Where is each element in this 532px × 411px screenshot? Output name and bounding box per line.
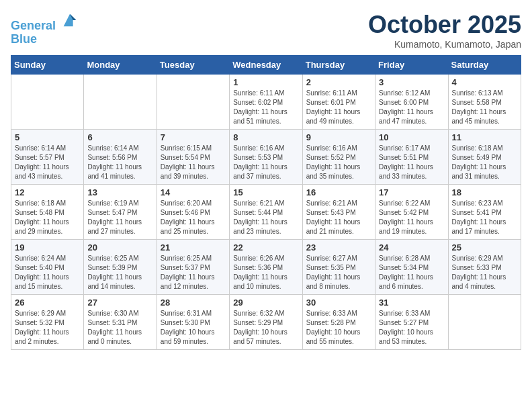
day-info: Sunrise: 6:18 AM Sunset: 5:48 PM Dayligh… [15, 199, 80, 236]
day-number: 7 [161, 132, 226, 142]
calendar-cell: 25Sunrise: 6:29 AM Sunset: 5:33 PM Dayli… [448, 240, 521, 295]
day-info: Sunrise: 6:12 AM Sunset: 6:00 PM Dayligh… [379, 89, 444, 126]
day-number: 16 [306, 187, 371, 197]
day-number: 21 [161, 242, 226, 253]
calendar-cell: 5Sunrise: 6:14 AM Sunset: 5:57 PM Daylig… [11, 130, 84, 185]
day-info: Sunrise: 6:32 AM Sunset: 5:29 PM Dayligh… [233, 309, 298, 347]
calendar-week-2: 5Sunrise: 6:14 AM Sunset: 5:57 PM Daylig… [11, 130, 521, 185]
day-number: 11 [452, 132, 517, 142]
day-number: 22 [233, 242, 298, 253]
day-number: 15 [233, 187, 298, 197]
month-title: October 2025 [368, 11, 521, 39]
calendar-cell: 18Sunrise: 6:23 AM Sunset: 5:41 PM Dayli… [448, 185, 521, 240]
day-number: 17 [379, 187, 444, 197]
calendar-cell: 7Sunrise: 6:15 AM Sunset: 5:54 PM Daylig… [157, 130, 229, 185]
weekday-header-row: SundayMondayTuesdayWednesdayThursdayFrid… [11, 56, 521, 75]
weekday-header-thursday: Thursday [302, 56, 375, 75]
calendar-cell [84, 75, 157, 130]
day-info: Sunrise: 6:24 AM Sunset: 5:40 PM Dayligh… [15, 254, 80, 291]
day-info: Sunrise: 6:33 AM Sunset: 5:28 PM Dayligh… [306, 309, 371, 347]
day-info: Sunrise: 6:19 AM Sunset: 5:47 PM Dayligh… [87, 199, 152, 236]
calendar-cell: 22Sunrise: 6:26 AM Sunset: 5:36 PM Dayli… [230, 240, 302, 295]
title-block: October 2025 Kumamoto, Kumamoto, Japan [368, 11, 521, 50]
day-number: 1 [233, 77, 298, 87]
day-number: 27 [87, 298, 152, 308]
day-info: Sunrise: 6:20 AM Sunset: 5:46 PM Dayligh… [161, 199, 226, 236]
weekday-header-sunday: Sunday [11, 56, 84, 75]
calendar-cell: 17Sunrise: 6:22 AM Sunset: 5:42 PM Dayli… [375, 185, 448, 240]
day-info: Sunrise: 6:29 AM Sunset: 5:32 PM Dayligh… [15, 309, 80, 347]
day-info: Sunrise: 6:16 AM Sunset: 5:52 PM Dayligh… [306, 144, 371, 181]
weekday-header-friday: Friday [375, 56, 448, 75]
day-number: 18 [452, 187, 517, 197]
day-info: Sunrise: 6:25 AM Sunset: 5:39 PM Dayligh… [87, 254, 152, 291]
calendar-week-1: 1Sunrise: 6:11 AM Sunset: 6:02 PM Daylig… [11, 75, 521, 130]
weekday-header-saturday: Saturday [448, 56, 521, 75]
day-info: Sunrise: 6:29 AM Sunset: 5:33 PM Dayligh… [452, 254, 517, 291]
calendar-body: 1Sunrise: 6:11 AM Sunset: 6:02 PM Daylig… [11, 75, 521, 350]
calendar-cell: 15Sunrise: 6:21 AM Sunset: 5:44 PM Dayli… [230, 185, 302, 240]
logo-blue: Blue [11, 33, 79, 46]
day-info: Sunrise: 6:11 AM Sunset: 6:02 PM Dayligh… [233, 89, 298, 126]
day-info: Sunrise: 6:11 AM Sunset: 6:01 PM Dayligh… [306, 89, 371, 126]
calendar-cell [448, 295, 521, 350]
calendar-cell: 30Sunrise: 6:33 AM Sunset: 5:28 PM Dayli… [302, 295, 375, 350]
day-number: 26 [15, 298, 80, 308]
day-number: 31 [379, 298, 444, 308]
calendar-cell: 23Sunrise: 6:27 AM Sunset: 5:35 PM Dayli… [302, 240, 375, 295]
day-info: Sunrise: 6:17 AM Sunset: 5:51 PM Dayligh… [379, 144, 444, 181]
day-number: 6 [87, 132, 152, 142]
calendar-cell: 29Sunrise: 6:32 AM Sunset: 5:29 PM Dayli… [230, 295, 302, 350]
calendar-cell: 19Sunrise: 6:24 AM Sunset: 5:40 PM Dayli… [11, 240, 84, 295]
calendar-cell: 12Sunrise: 6:18 AM Sunset: 5:48 PM Dayli… [11, 185, 84, 240]
calendar-cell: 21Sunrise: 6:25 AM Sunset: 5:37 PM Dayli… [157, 240, 229, 295]
calendar-cell: 8Sunrise: 6:16 AM Sunset: 5:53 PM Daylig… [230, 130, 302, 185]
calendar-cell [11, 75, 84, 130]
calendar-cell: 9Sunrise: 6:16 AM Sunset: 5:52 PM Daylig… [302, 130, 375, 185]
day-number: 9 [306, 132, 371, 142]
day-number: 13 [87, 187, 152, 197]
calendar-cell: 24Sunrise: 6:28 AM Sunset: 5:34 PM Dayli… [375, 240, 448, 295]
day-info: Sunrise: 6:18 AM Sunset: 5:49 PM Dayligh… [452, 144, 517, 181]
day-number: 8 [233, 132, 298, 142]
day-info: Sunrise: 6:33 AM Sunset: 5:27 PM Dayligh… [379, 309, 444, 347]
day-number: 29 [233, 298, 298, 308]
calendar-table: SundayMondayTuesdayWednesdayThursdayFrid… [11, 55, 521, 350]
day-number: 5 [15, 132, 80, 142]
logo-icon [60, 11, 79, 30]
day-number: 23 [306, 242, 371, 253]
calendar-week-5: 26Sunrise: 6:29 AM Sunset: 5:32 PM Dayli… [11, 295, 521, 350]
day-info: Sunrise: 6:23 AM Sunset: 5:41 PM Dayligh… [452, 199, 517, 236]
day-number: 20 [87, 242, 152, 253]
calendar-cell: 6Sunrise: 6:14 AM Sunset: 5:56 PM Daylig… [84, 130, 157, 185]
calendar-cell: 16Sunrise: 6:21 AM Sunset: 5:43 PM Dayli… [302, 185, 375, 240]
day-number: 19 [15, 242, 80, 253]
calendar-cell: 3Sunrise: 6:12 AM Sunset: 6:00 PM Daylig… [375, 75, 448, 130]
day-info: Sunrise: 6:26 AM Sunset: 5:36 PM Dayligh… [233, 254, 298, 291]
day-number: 2 [306, 77, 371, 87]
calendar-cell: 26Sunrise: 6:29 AM Sunset: 5:32 PM Dayli… [11, 295, 84, 350]
day-info: Sunrise: 6:31 AM Sunset: 5:30 PM Dayligh… [161, 309, 226, 347]
day-number: 3 [379, 77, 444, 87]
calendar-week-4: 19Sunrise: 6:24 AM Sunset: 5:40 PM Dayli… [11, 240, 521, 295]
calendar-cell: 13Sunrise: 6:19 AM Sunset: 5:47 PM Dayli… [84, 185, 157, 240]
day-number: 10 [379, 132, 444, 142]
logo-general: General [11, 19, 56, 32]
calendar-cell: 1Sunrise: 6:11 AM Sunset: 6:02 PM Daylig… [230, 75, 302, 130]
calendar-cell: 14Sunrise: 6:20 AM Sunset: 5:46 PM Dayli… [157, 185, 229, 240]
location: Kumamoto, Kumamoto, Japan [368, 39, 521, 50]
day-number: 14 [161, 187, 226, 197]
calendar-header: SundayMondayTuesdayWednesdayThursdayFrid… [11, 56, 521, 75]
day-info: Sunrise: 6:21 AM Sunset: 5:44 PM Dayligh… [233, 199, 298, 236]
day-info: Sunrise: 6:14 AM Sunset: 5:57 PM Dayligh… [15, 144, 80, 181]
day-info: Sunrise: 6:15 AM Sunset: 5:54 PM Dayligh… [161, 144, 226, 181]
day-info: Sunrise: 6:21 AM Sunset: 5:43 PM Dayligh… [306, 199, 371, 236]
calendar-cell: 4Sunrise: 6:13 AM Sunset: 5:58 PM Daylig… [448, 75, 521, 130]
day-info: Sunrise: 6:16 AM Sunset: 5:53 PM Dayligh… [233, 144, 298, 181]
calendar-cell: 28Sunrise: 6:31 AM Sunset: 5:30 PM Dayli… [157, 295, 229, 350]
calendar-cell: 11Sunrise: 6:18 AM Sunset: 5:49 PM Dayli… [448, 130, 521, 185]
weekday-header-tuesday: Tuesday [157, 56, 229, 75]
weekday-header-monday: Monday [84, 56, 157, 75]
calendar-cell: 31Sunrise: 6:33 AM Sunset: 5:27 PM Dayli… [375, 295, 448, 350]
calendar-cell: 20Sunrise: 6:25 AM Sunset: 5:39 PM Dayli… [84, 240, 157, 295]
